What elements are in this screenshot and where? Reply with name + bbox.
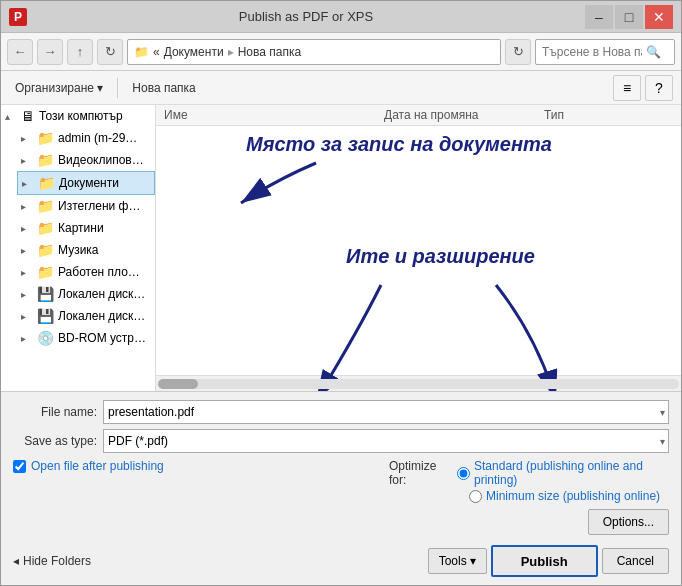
expand-icon: ▴ bbox=[5, 111, 17, 122]
help-button[interactable]: ? bbox=[645, 75, 673, 101]
view-button[interactable]: ≡ bbox=[613, 75, 641, 101]
cancel-button[interactable]: Cancel bbox=[602, 548, 669, 574]
drive-icon: 💾 bbox=[37, 286, 54, 302]
maximize-button[interactable]: □ bbox=[615, 5, 643, 29]
expand-icon: ▸ bbox=[21, 311, 33, 322]
folder-icon: 📁 bbox=[37, 130, 54, 146]
sidebar-item-label: Работен пло… bbox=[58, 265, 140, 279]
save-as-select[interactable]: PDF (*.pdf) bbox=[103, 429, 669, 453]
column-headers: Име Дата на промяна Тип bbox=[156, 105, 681, 126]
toolbar-separator bbox=[117, 78, 118, 98]
up-button[interactable]: ↑ bbox=[67, 39, 93, 65]
file-name-row: File name: ▾ bbox=[13, 400, 669, 424]
radio-standard-row: Standard (publishing online and printing… bbox=[457, 459, 669, 487]
scroll-thumb[interactable] bbox=[158, 379, 198, 389]
hide-folders-button[interactable]: ◂ Hide Folders bbox=[13, 554, 91, 568]
sidebar-item-pictures[interactable]: ▸ 📁 Картини bbox=[17, 217, 155, 239]
open-after-label: Open file after publishing bbox=[31, 459, 164, 473]
bottom-section: File name: ▾ Save as type: PDF (*.pdf) ▾… bbox=[1, 391, 681, 585]
sidebar-item-label: Музика bbox=[58, 243, 99, 257]
sidebar-item-label: Локален диск… bbox=[58, 309, 145, 323]
nav-bar: ← → ↑ ↻ 📁 « Документи ▸ Нова папка ↻ 🔍 bbox=[1, 33, 681, 71]
organize-button[interactable]: Организиране ▾ bbox=[9, 78, 109, 98]
minimize-button[interactable]: – bbox=[585, 5, 613, 29]
sidebar-item-label: Картини bbox=[58, 221, 104, 235]
folder-icon: 📁 bbox=[37, 242, 54, 258]
options-dialog-button[interactable]: Options... bbox=[588, 509, 669, 535]
search-icon: 🔍 bbox=[646, 45, 661, 59]
radio-min-row: Minimum size (publishing online) bbox=[469, 489, 669, 503]
sidebar-item-label: Този компютър bbox=[39, 109, 123, 123]
folder-icon: 📁 bbox=[37, 152, 54, 168]
search-box[interactable]: 🔍 bbox=[535, 39, 675, 65]
computer-icon: 🖥 bbox=[21, 108, 35, 124]
breadcrumb[interactable]: 📁 « Документи ▸ Нова папка bbox=[127, 39, 501, 65]
options-row: Open file after publishing Optimize for:… bbox=[13, 459, 669, 535]
sidebar-item-local-c[interactable]: ▸ 💾 Локален диск… bbox=[17, 283, 155, 305]
drive-icon: 💾 bbox=[37, 308, 54, 324]
sidebar-item-label: Документи bbox=[59, 176, 119, 190]
scroll-track bbox=[158, 379, 679, 389]
forward-button[interactable]: → bbox=[37, 39, 63, 65]
left-options: Open file after publishing bbox=[13, 459, 389, 473]
sidebar-item-documents[interactable]: ▸ 📁 Документи bbox=[17, 171, 155, 195]
sidebar-item-downloads[interactable]: ▸ 📁 Изтеглени ф… bbox=[17, 195, 155, 217]
sidebar-item-label: Изтеглени ф… bbox=[58, 199, 141, 213]
horizontal-scrollbar[interactable] bbox=[156, 375, 681, 391]
breadcrumb-folder[interactable]: Нова папка bbox=[238, 45, 301, 59]
refresh-button[interactable]: ↻ bbox=[97, 39, 123, 65]
file-name-input-wrap: ▾ bbox=[103, 400, 669, 424]
folder-icon: 📁 bbox=[38, 175, 55, 191]
sidebar-item-music[interactable]: ▸ 📁 Музика bbox=[17, 239, 155, 261]
title-bar-left: P bbox=[9, 8, 27, 26]
radio-minimum[interactable] bbox=[469, 490, 482, 503]
file-list-area: Име Дата на промяна Тип Място за запис н… bbox=[156, 105, 681, 391]
folder-icon: 📁 bbox=[37, 264, 54, 280]
optimize-row: Optimize for: Standard (publishing onlin… bbox=[389, 459, 669, 487]
save-as-select-wrap: PDF (*.pdf) ▾ bbox=[103, 429, 669, 453]
expand-icon: ▸ bbox=[21, 333, 33, 344]
file-list[interactable] bbox=[156, 126, 681, 375]
close-button[interactable]: ✕ bbox=[645, 5, 673, 29]
tools-button[interactable]: Tools ▾ bbox=[428, 548, 487, 574]
expand-icon: ▸ bbox=[21, 133, 33, 144]
sidebar-item-admin[interactable]: ▸ 📁 admin (m-29… bbox=[17, 127, 155, 149]
sidebar-item-label: admin (m-29… bbox=[58, 131, 137, 145]
app-icon: P bbox=[9, 8, 27, 26]
toolbar-right: ≡ ? bbox=[613, 75, 673, 101]
open-after-checkbox[interactable] bbox=[13, 460, 26, 473]
back-button[interactable]: ← bbox=[7, 39, 33, 65]
window-title: Publish as PDF or XPS bbox=[27, 9, 585, 24]
breadcrumb-documents[interactable]: Документи bbox=[164, 45, 224, 59]
radio-standard[interactable] bbox=[457, 467, 470, 480]
sidebar-item-local-d[interactable]: ▸ 💾 Локален диск… bbox=[17, 305, 155, 327]
expand-icon: ▸ bbox=[22, 178, 34, 189]
expand-icon: ▸ bbox=[21, 267, 33, 278]
file-name-label: File name: bbox=[13, 405, 103, 419]
options-btn-container: Options... bbox=[389, 509, 669, 535]
sidebar: ▴ 🖥 Този компютър ▸ 📁 admin (m-29… ▸ 📁 В… bbox=[1, 105, 156, 391]
file-name-input[interactable] bbox=[103, 400, 669, 424]
location-icon: 📁 bbox=[134, 45, 149, 59]
sidebar-item-desktop[interactable]: ▸ 📁 Работен пло… bbox=[17, 261, 155, 283]
sidebar-item-bd-rom[interactable]: ▸ 💿 BD-ROM устр… bbox=[17, 327, 155, 349]
hide-folders-icon: ◂ bbox=[13, 554, 19, 568]
folder-icon: 📁 bbox=[37, 220, 54, 236]
sidebar-item-videoclips[interactable]: ▸ 📁 Видеоклипов… bbox=[17, 149, 155, 171]
window-controls: – □ ✕ bbox=[585, 5, 673, 29]
open-after-checkbox-row: Open file after publishing bbox=[13, 459, 389, 473]
sidebar-item-label: Видеоклипов… bbox=[58, 153, 144, 167]
radio-standard-label: Standard (publishing online and printing… bbox=[474, 459, 669, 487]
optimize-label: Optimize for: bbox=[389, 459, 451, 487]
search-input[interactable] bbox=[542, 45, 642, 59]
new-folder-button[interactable]: Нова папка bbox=[126, 78, 201, 98]
expand-icon: ▸ bbox=[21, 245, 33, 256]
right-options: Optimize for: Standard (publishing onlin… bbox=[389, 459, 669, 535]
breadcrumb-sep: ▸ bbox=[228, 45, 234, 59]
sidebar-item-label: BD-ROM устр… bbox=[58, 331, 146, 345]
refresh-location-button[interactable]: ↻ bbox=[505, 39, 531, 65]
bottom-buttons-row: ◂ Hide Folders Tools ▾ Publish Cancel bbox=[13, 545, 669, 577]
sidebar-item-this-computer[interactable]: ▴ 🖥 Този компютър bbox=[1, 105, 155, 127]
publish-button[interactable]: Publish bbox=[491, 545, 598, 577]
sidebar-item-label: Локален диск… bbox=[58, 287, 145, 301]
